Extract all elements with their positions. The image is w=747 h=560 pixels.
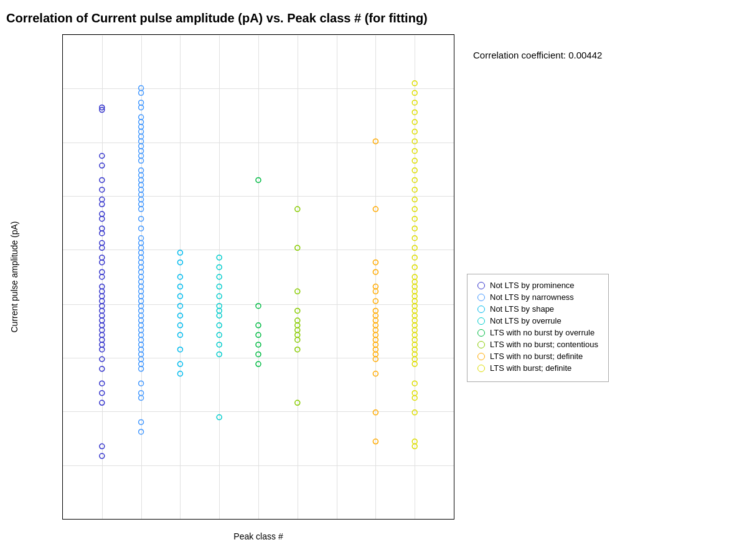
svg-point-38	[100, 454, 105, 459]
svg-point-12	[100, 241, 105, 246]
svg-point-32	[100, 357, 105, 362]
svg-point-165	[412, 119, 417, 124]
svg-point-116	[217, 313, 222, 318]
svg-point-164	[412, 110, 417, 114]
svg-point-79	[139, 308, 144, 313]
svg-point-99	[177, 274, 182, 279]
svg-point-109	[217, 255, 222, 260]
svg-point-154	[373, 342, 378, 347]
svg-point-132	[295, 308, 300, 313]
legend-item-1: Not LTS by prominence	[477, 281, 598, 290]
svg-point-57	[139, 187, 144, 192]
plot-area: -50.35 -50.4 -50.45 -50.5 -50.55 -50.6 -…	[62, 34, 454, 520]
svg-point-145	[373, 289, 378, 294]
svg-point-91	[139, 366, 144, 371]
svg-point-194	[412, 337, 417, 342]
svg-point-31	[100, 347, 105, 352]
svg-point-52	[139, 158, 144, 163]
legend-item-4: Not LTS by overrule	[477, 316, 598, 325]
svg-point-7	[100, 202, 105, 207]
svg-point-144	[373, 284, 378, 289]
svg-point-146	[373, 299, 378, 304]
svg-point-166	[412, 129, 417, 134]
svg-point-160	[373, 439, 378, 444]
svg-point-65	[139, 241, 144, 246]
svg-point-152	[373, 332, 378, 337]
svg-point-84	[139, 332, 144, 337]
svg-point-10	[100, 226, 105, 231]
svg-point-163	[412, 100, 417, 105]
svg-point-177	[412, 236, 417, 241]
svg-point-188	[412, 308, 417, 313]
legend-item-7: LTS with no burst; definite	[477, 352, 598, 361]
svg-point-67	[139, 250, 144, 255]
svg-point-81	[139, 318, 144, 323]
svg-point-198	[412, 357, 417, 362]
svg-point-191	[412, 323, 417, 328]
svg-point-5	[100, 187, 105, 192]
legend-label-2: Not LTS by narrowness	[490, 292, 574, 302]
legend-item-8: LTS with burst; definite	[477, 363, 598, 373]
svg-point-150	[373, 323, 378, 328]
svg-point-119	[217, 342, 222, 347]
legend-item-2: Not LTS by narrowness	[477, 292, 598, 302]
svg-point-204	[412, 439, 417, 444]
svg-point-110	[217, 264, 222, 269]
svg-point-157	[373, 357, 378, 362]
legend-circle-6	[477, 341, 485, 348]
svg-point-39	[139, 86, 144, 91]
svg-point-17	[100, 274, 105, 279]
svg-point-54	[139, 173, 144, 178]
legend-circle-2	[477, 294, 485, 301]
svg-point-103	[177, 313, 182, 318]
svg-point-173	[412, 197, 417, 202]
svg-point-205	[412, 444, 417, 449]
svg-point-176	[412, 226, 417, 231]
svg-point-142	[373, 260, 378, 265]
svg-point-88	[139, 352, 144, 357]
svg-point-167	[412, 139, 417, 144]
svg-point-187	[412, 304, 417, 309]
svg-point-37	[100, 444, 105, 449]
svg-point-56	[139, 182, 144, 187]
svg-point-61	[139, 207, 144, 212]
svg-point-125	[256, 332, 261, 337]
svg-point-104	[177, 323, 182, 328]
legend-circle-8	[477, 365, 485, 372]
svg-point-22	[100, 304, 105, 309]
legend: Not LTS by prominence Not LTS by narrown…	[467, 274, 609, 382]
svg-point-27	[100, 328, 105, 333]
svg-point-127	[256, 352, 261, 357]
svg-point-186	[412, 299, 417, 304]
svg-point-8	[100, 212, 105, 217]
svg-point-106	[177, 347, 182, 352]
svg-point-48	[139, 139, 144, 144]
svg-point-149	[373, 318, 378, 323]
svg-point-70	[139, 264, 144, 269]
svg-point-28	[100, 332, 105, 337]
svg-point-4	[100, 177, 105, 182]
scatter-plot	[63, 35, 454, 519]
svg-point-24	[100, 313, 105, 318]
svg-point-161	[412, 81, 417, 86]
svg-point-66	[139, 245, 144, 250]
svg-point-83	[139, 328, 144, 333]
svg-point-170	[412, 168, 417, 173]
svg-point-133	[295, 318, 300, 323]
svg-point-141	[373, 207, 378, 212]
svg-point-129	[295, 207, 300, 212]
svg-point-41	[139, 100, 144, 105]
svg-point-130	[295, 245, 300, 250]
svg-point-113	[217, 294, 222, 299]
legend-circle-1	[477, 282, 485, 289]
svg-point-140	[373, 139, 378, 144]
svg-point-102	[177, 304, 182, 309]
legend-circle-4	[477, 317, 485, 325]
svg-point-184	[412, 289, 417, 294]
svg-point-75	[139, 289, 144, 294]
svg-point-30	[100, 342, 105, 347]
svg-point-20	[100, 294, 105, 299]
svg-point-155	[373, 347, 378, 352]
legend-label-8: LTS with burst; definite	[490, 363, 571, 373]
svg-point-58	[139, 192, 144, 197]
